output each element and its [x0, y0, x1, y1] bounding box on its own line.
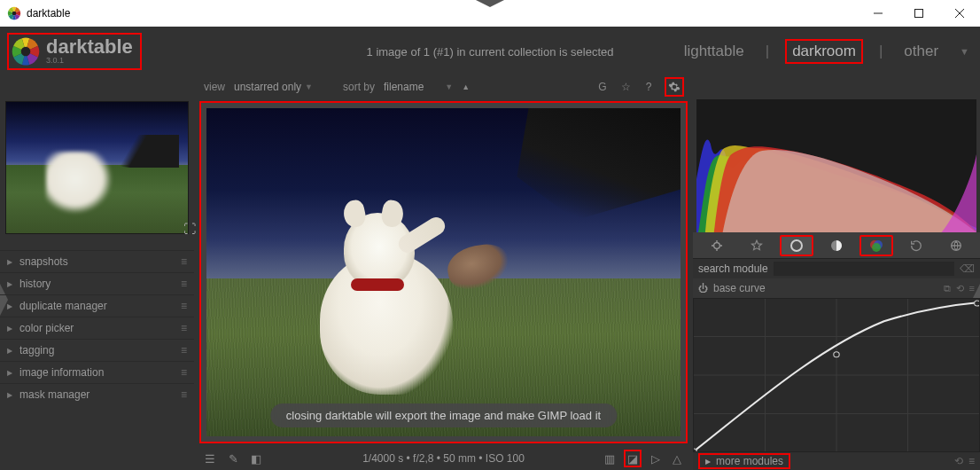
styles-icon[interactable]: ✎ — [226, 451, 240, 466]
softproof-icon[interactable]: ▷ — [649, 451, 663, 466]
sort-direction-icon[interactable]: ▲ — [462, 82, 470, 91]
module-header-base-curve[interactable]: ⏻ base curve ⧉ ⟲ ≡ — [693, 278, 980, 298]
app-body: darktable 3.0.1 1 image of 1 (#1) in cur… — [0, 27, 980, 470]
minimize-button[interactable] — [858, 0, 898, 27]
gear-icon — [668, 81, 681, 93]
module-reset-icon[interactable]: ⟲ — [956, 283, 964, 294]
nav-separator: | — [766, 43, 769, 60]
left-panel: ⛶ ▶snapshots≡ ▶history≡ ▶duplicate manag… — [0, 98, 194, 470]
top-bar: darktable 3.0.1 1 image of 1 (#1) in cur… — [0, 27, 980, 76]
second-window-icon[interactable]: ◧ — [249, 451, 263, 466]
group-tone-icon[interactable] — [820, 235, 853, 256]
svg-point-19 — [834, 352, 839, 357]
search-module-row: search module ⌫ — [693, 259, 980, 278]
module-snapshots[interactable]: ▶snapshots≡ — [0, 250, 194, 272]
logo-icon — [11, 36, 41, 67]
svg-rect-2 — [915, 10, 923, 18]
group-active-icon[interactable] — [700, 235, 734, 256]
module-duplicate-manager[interactable]: ▶duplicate manager≡ — [0, 294, 194, 317]
brand-version: 3.0.1 — [46, 56, 133, 65]
view-nav: lighttable | darkroom | other ▼ — [679, 39, 969, 64]
svg-point-0 — [12, 12, 17, 16]
svg-point-10 — [872, 243, 881, 252]
image-canvas-frame: closing darktable will export the image … — [199, 101, 688, 443]
more-modules-label: more modules — [716, 455, 783, 467]
search-label: search module — [698, 262, 768, 275]
group-color-icon[interactable] — [859, 235, 893, 256]
gamut-check-icon[interactable]: △ — [670, 451, 684, 466]
expand-icon: ▶ — [705, 458, 711, 466]
window-title: darktable — [27, 7, 70, 20]
module-image-information[interactable]: ▶image information≡ — [0, 361, 194, 383]
module-title: base curve — [713, 282, 766, 294]
right-panel: search module ⌫ ⏻ base curve ⧉ ⟲ ≡ — [693, 98, 980, 470]
view-label: view — [204, 81, 225, 93]
svg-point-6 — [791, 240, 802, 251]
left-module-list: ▶snapshots≡ ▶history≡ ▶duplicate manager… — [0, 250, 194, 405]
module-tagging[interactable]: ▶tagging≡ — [0, 339, 194, 361]
nav-dropdown-icon[interactable]: ▼ — [960, 46, 969, 57]
grouping-icon[interactable]: G — [595, 80, 610, 94]
maximize-button[interactable] — [898, 0, 939, 27]
quick-presets-icon[interactable]: ☰ — [203, 451, 217, 466]
sort-dropdown[interactable]: filename ▼ — [384, 81, 453, 93]
more-modules-row[interactable]: ▶ more modules ⟲ ≡ — [693, 452, 980, 470]
group-correct-icon[interactable] — [899, 235, 933, 256]
module-instance-icon[interactable]: ⧉ — [944, 283, 951, 294]
module-power-icon[interactable]: ⏻ — [698, 283, 708, 294]
nav-separator: | — [879, 43, 883, 60]
raw-overexposed-icon[interactable]: ▥ — [603, 451, 617, 466]
nav-darkroom[interactable]: darkroom — [785, 39, 863, 64]
image-canvas[interactable]: closing darktable will export the image … — [206, 108, 681, 436]
navigation-thumbnail[interactable] — [5, 101, 189, 234]
module-mask-manager[interactable]: ▶mask manager≡ — [0, 383, 194, 405]
close-button[interactable] — [939, 0, 980, 27]
collapse-top-icon[interactable] — [474, 0, 506, 7]
group-basic-icon[interactable] — [780, 235, 813, 256]
help-icon[interactable]: ? — [642, 80, 656, 94]
group-effect-icon[interactable] — [939, 235, 973, 256]
more-reset-icon[interactable]: ⟲ — [954, 455, 963, 467]
toast-message: closing darktable will export the image … — [270, 403, 617, 427]
group-favorites-icon[interactable] — [740, 235, 774, 256]
search-input[interactable] — [774, 262, 954, 276]
bottom-toolbar: ☰ ✎ ◧ 1/4000 s • f/2,8 • 50 mm • ISO 100… — [194, 447, 693, 470]
logo-box: darktable 3.0.1 — [7, 33, 142, 70]
module-history[interactable]: ▶history≡ — [0, 272, 194, 294]
nav-lighttable[interactable]: lighttable — [679, 41, 750, 62]
module-groups — [693, 232, 980, 259]
svg-point-5 — [21, 47, 31, 57]
module-color-picker[interactable]: ▶color picker≡ — [0, 317, 194, 339]
image-info: 1/4000 s • f/2,8 • 50 mm • ISO 100 — [362, 452, 525, 465]
base-curve-graph[interactable] — [693, 298, 980, 452]
overexposed-toggle[interactable]: ◪ — [624, 450, 642, 467]
fullscreen-icon[interactable]: ⛶ — [183, 222, 203, 241]
svg-point-20 — [975, 301, 979, 306]
center-area: closing darktable will export the image … — [194, 98, 693, 470]
brand-name: darktable — [46, 38, 133, 57]
filter-bar: view unstarred only ▼ sort by filename ▼… — [0, 76, 980, 98]
more-presets-icon[interactable]: ≡ — [968, 455, 975, 467]
star-filter-icon[interactable]: ☆ — [618, 80, 633, 94]
nav-other[interactable]: other — [898, 41, 944, 62]
app-icon — [7, 6, 21, 20]
clear-search-icon[interactable]: ⌫ — [960, 262, 975, 275]
sort-label: sort by — [343, 81, 375, 93]
selection-status: 1 image of 1 (#1) in current collection … — [367, 45, 614, 59]
overexposed-icon: ◪ — [626, 451, 640, 466]
preferences-button[interactable] — [665, 77, 684, 97]
view-dropdown[interactable]: unstarred only ▼ — [234, 81, 313, 93]
histogram[interactable] — [696, 99, 976, 232]
